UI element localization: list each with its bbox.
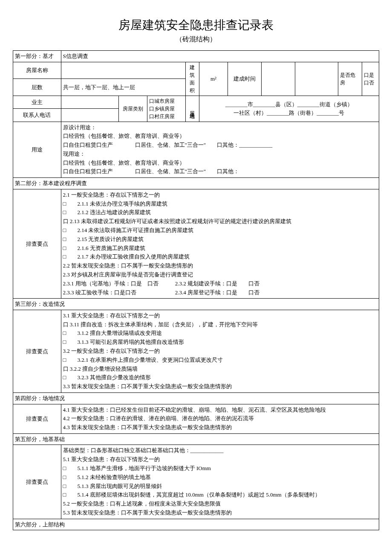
build-time-value2[interactable] bbox=[295, 62, 338, 96]
location-value[interactable]: ________市________县（区）________街道（乡镇） 一社区（… bbox=[199, 96, 379, 122]
house-name-value[interactable] bbox=[61, 62, 186, 79]
house-type-options[interactable]: 口城市房屋 口乡镇房屋 口村庄房屋 bbox=[147, 96, 186, 122]
section5-content[interactable]: 基础类型：口条形基础口独立基础口桩基础口其他：____________ 5.1 … bbox=[61, 445, 379, 519]
section4-header: 第四部分：场地情况 bbox=[13, 393, 379, 404]
page-subtitle: （砖混结构） bbox=[13, 35, 379, 44]
contact-label: 联系人电话 bbox=[13, 109, 61, 122]
section2-points-label: 排查要点 bbox=[13, 189, 61, 299]
section3-header: 第三部分：改造情况 bbox=[13, 299, 379, 310]
area-label: 建筑面积 bbox=[186, 62, 199, 96]
house-type-label: 房屋类别 bbox=[118, 96, 147, 122]
section1-header-a: 第一部分：基才 bbox=[13, 51, 61, 62]
section3-points-label: 排查要点 bbox=[13, 310, 61, 392]
section2-header: 第二部分：基本建设程序调查 bbox=[13, 178, 379, 189]
owner-value[interactable] bbox=[61, 96, 118, 109]
section1-header-b: S信息调查 bbox=[61, 51, 379, 62]
build-time-label: 建成时间 bbox=[228, 62, 262, 96]
section4-content[interactable]: 4.1 重大安全隐患：口已经发生但目前还不稳定的滑坡、崩塌、地陷、地裂、泥石流、… bbox=[61, 404, 379, 433]
owner-label: 业主 bbox=[13, 96, 61, 109]
contact-value[interactable] bbox=[61, 109, 118, 122]
house-name-label: 房屋名称 bbox=[13, 62, 61, 79]
floors-label: 层数 bbox=[13, 79, 61, 96]
usage-label: 用途 bbox=[13, 122, 61, 178]
area-value[interactable]: m² bbox=[199, 62, 228, 96]
floors-value: 共一层，地下一层、地上一层 bbox=[61, 79, 186, 96]
build-time-value[interactable] bbox=[262, 62, 295, 96]
section5-points-label: 排查要点 bbox=[13, 445, 61, 519]
page-title: 房屋建筑安全隐患排查记录表 bbox=[13, 17, 379, 33]
danger-options[interactable]: 口是口否 bbox=[362, 62, 379, 96]
section2-content[interactable]: 2.1 一般安全隐患：存在以下情形之一的 □ 2.1.1 未依法办理立项手续的房… bbox=[61, 189, 379, 299]
location-label: 屋点房地 bbox=[186, 96, 199, 122]
danger-label: 是否危房 bbox=[338, 62, 362, 96]
main-table: 第一部分：基才 S信息调查 房屋名称 建筑面积 m² 建成时间 是否危房 口是口… bbox=[13, 50, 379, 530]
usage-content[interactable]: 原设计用途： 口经营性（包括餐馆、旅馆、教育培训、商业等） 口自住口租赁口生产 … bbox=[61, 122, 379, 178]
section3-content[interactable]: 3.1 重大安全隐患：存在以下情形之一的 口 3.11 擅自改造：拆改主体承重结… bbox=[61, 310, 379, 392]
section6-header: 第六部分，上部结构 bbox=[13, 519, 379, 530]
section4-points-label: 排查要点 bbox=[13, 404, 61, 433]
section5-header: 第五部分，地基基础 bbox=[13, 433, 379, 445]
